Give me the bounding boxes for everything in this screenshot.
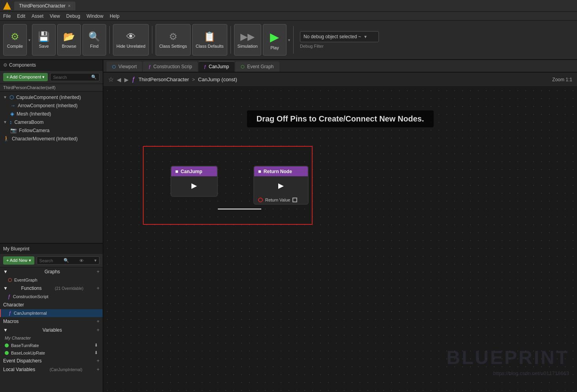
tree-item-cameraboom[interactable]: ▼ ↕ CameraBoom (0, 118, 103, 126)
variables-add-button[interactable]: + (97, 327, 99, 333)
menu-window[interactable]: Window (86, 13, 103, 19)
functions-add-button[interactable]: + (97, 286, 99, 291)
compile-button[interactable]: ⚙ Compile (3, 24, 27, 56)
breadcrumb-star[interactable]: ☆ (108, 76, 114, 83)
blueprint-canvas[interactable]: Drag Off Pins to Create/Connect New Node… (103, 87, 577, 392)
node-canjump-body (171, 176, 217, 196)
blueprint-search-dropdown[interactable]: ▾ (94, 258, 97, 263)
return-value-row: Return Value (254, 196, 308, 204)
cameraboom-expand-arrow: ▼ (3, 120, 7, 124)
functions-count: (21 Overridable) (55, 286, 83, 291)
macros-section-header[interactable]: Macros + (0, 317, 103, 326)
browse-icon: 📂 (63, 31, 75, 42)
find-button[interactable]: 🔍 Find (82, 24, 106, 56)
menu-help[interactable]: Help (110, 13, 120, 19)
tree-item-capsule[interactable]: ▼ ⬡ CapsuleComponent (Inherited) (0, 93, 103, 101)
tree-item-movement[interactable]: 🚶 CharacterMovement (Inherited) (0, 134, 103, 143)
base-turn-rate-item[interactable]: BaseTurnRate ⬇ (0, 342, 103, 349)
simulation-icon: ▶▶ (240, 31, 255, 42)
add-component-bar: + Add Component ▾ Search 🔍 (0, 71, 103, 84)
arrow-icon: → (10, 103, 15, 108)
blueprint-search-eye[interactable]: 👁 (79, 258, 84, 263)
return-exec-arrow (278, 183, 284, 189)
self-item-label: ThirdPersonCharacter(self) (3, 85, 56, 90)
return-value-label: Return Value (265, 198, 290, 202)
local-variables-label: Local Variables (3, 367, 35, 372)
capsule-label: CapsuleComponent (Inherited) (16, 95, 81, 100)
base-lookup-rate-item[interactable]: BaseLookUpRate ⬇ (0, 349, 103, 357)
simulation-label: Simulation (238, 44, 258, 49)
browse-button[interactable]: 📂 Browse (57, 24, 81, 56)
toolbar-sep-1 (109, 26, 110, 54)
hide-unrelated-icon: 👁 (126, 31, 136, 42)
menu-debug[interactable]: Debug (66, 13, 80, 19)
component-search-box[interactable]: Search 🔍 (50, 73, 99, 81)
my-blueprint-header: My Blueprint (0, 244, 103, 254)
event-dispatchers-label: Event Dispatchers (3, 358, 41, 364)
graphs-expand: ▼ (3, 269, 8, 274)
functions-section-header[interactable]: ▼ Functions (21 Overridable) + (0, 284, 103, 293)
construction-script-item[interactable]: ƒ ConstructionScript (0, 293, 103, 301)
menu-file[interactable]: File (3, 13, 11, 19)
breadcrumb-forward[interactable]: ▶ (124, 77, 129, 83)
base-lookup-rate-arrow: ⬇ (94, 350, 98, 355)
base-lookup-rate-dot (5, 351, 9, 355)
hide-unrelated-button[interactable]: 👁 Hide Unrelated (113, 24, 149, 56)
menu-asset[interactable]: Asset (32, 13, 43, 19)
play-button[interactable]: ▶ Play (263, 24, 287, 56)
canjump-internal-item[interactable]: ƒ CanJumpInternal (0, 309, 103, 317)
local-variables-add[interactable]: + (97, 367, 99, 372)
tree-item-arrow[interactable]: → ArrowComponent (Inherited) (0, 101, 103, 110)
compile-dropdown[interactable]: ▾ (28, 38, 30, 42)
variables-expand: ▼ (3, 327, 8, 333)
tree-item-mesh[interactable]: ◈ Mesh (Inherited) (0, 110, 103, 118)
add-component-label: + Add Component ▾ (6, 75, 45, 80)
tab-construction[interactable]: ƒ Construction Scrip (143, 62, 197, 72)
compile-icon: ⚙ (11, 31, 19, 42)
class-settings-label: Class Settings (159, 44, 187, 49)
graphs-add-button[interactable]: + (97, 269, 99, 274)
graphs-label: Graphs (45, 269, 60, 274)
graphs-section-header[interactable]: ▼ Graphs + (0, 267, 103, 276)
simulation-button[interactable]: ▶▶ Simulation (234, 24, 261, 56)
menu-edit[interactable]: Edit (17, 13, 25, 19)
eventgraph-item[interactable]: ⬡ EventGraph (0, 276, 103, 284)
class-defaults-button[interactable]: 📋 Class Defaults (192, 24, 227, 56)
canjump-internal-label: CanJumpInternal (14, 311, 47, 315)
debug-filter-dropdown[interactable]: No debug object selected ~ ▾ (300, 31, 379, 42)
add-new-button[interactable]: + Add New ▾ (3, 256, 34, 265)
event-dispatchers-header[interactable]: Event Dispatchers + (0, 357, 103, 365)
tab-canjump[interactable]: ƒ CanJump (199, 61, 234, 72)
class-settings-button[interactable]: ⚙ Class Settings (155, 24, 190, 56)
tree-item-followcam[interactable]: 📷 FollowCamera (0, 126, 103, 134)
add-new-bar: + Add New ▾ Search 🔍 👁 ▾ (0, 254, 103, 267)
class-defaults-label: Class Defaults (196, 44, 224, 49)
browse-label: Browse (62, 44, 77, 49)
local-variables-header[interactable]: Local Variables (CanJumpInternal) + (0, 365, 103, 374)
event-dispatchers-add[interactable]: + (97, 358, 99, 364)
save-button[interactable]: 💾 Save (32, 24, 56, 56)
add-component-button[interactable]: + Add Component ▾ (3, 73, 48, 81)
my-character-category: My Character (0, 334, 103, 342)
blueprint-search-placeholder: Search (39, 258, 53, 263)
cameraboom-icon: ↕ (9, 119, 12, 125)
breadcrumb-class: ThirdPersonCharacter (139, 77, 189, 82)
macros-add-button[interactable]: + (97, 319, 99, 324)
node-return[interactable]: ■ Return Node Return Value (253, 166, 309, 205)
return-exec-pin (278, 183, 284, 189)
canjump-internal-icon: ƒ (9, 310, 11, 316)
breadcrumb-back[interactable]: ◀ (117, 77, 121, 83)
toolbar-sep-4 (293, 26, 294, 54)
title-tab-close[interactable]: × (68, 3, 71, 9)
eventgraph-label: EventGraph (14, 278, 37, 282)
node-canjump[interactable]: ■ CanJump (170, 166, 218, 197)
menu-view[interactable]: View (50, 13, 60, 19)
watermark-url-text: https://blog.csdn.net/u011718663 (493, 370, 569, 376)
construction-tab-label: Construction Scrip (154, 64, 192, 69)
play-dropdown[interactable]: ▾ (288, 38, 290, 42)
blueprint-search-box[interactable]: Search 🔍 👁 ▾ (37, 256, 99, 265)
tab-viewport[interactable]: ⬡ Viewport (107, 62, 142, 72)
title-tab[interactable]: ThirdPersonCharacter × (14, 2, 75, 10)
variables-section-header[interactable]: ▼ Variables + (0, 326, 103, 334)
tab-event-graph[interactable]: ⬡ Event Graph (235, 62, 279, 72)
